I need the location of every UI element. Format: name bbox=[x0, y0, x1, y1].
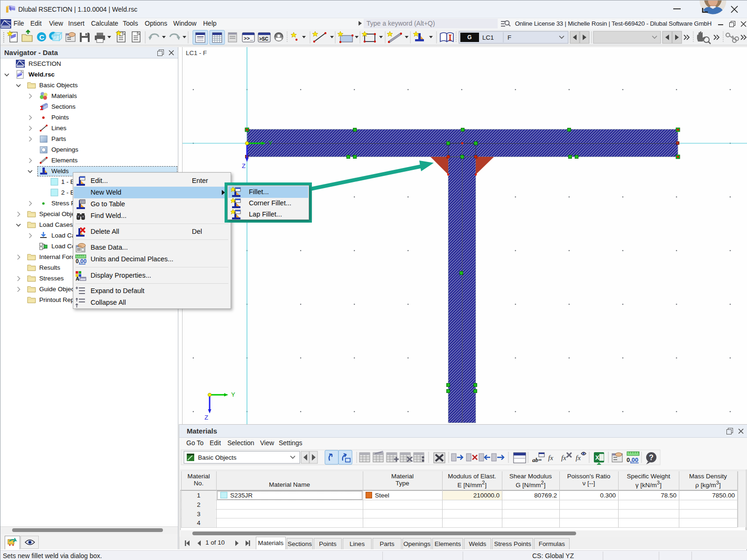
svg-text:ab=: ab= bbox=[532, 456, 542, 463]
svg-text:F: F bbox=[507, 34, 511, 41]
svg-text:C: C bbox=[39, 33, 44, 41]
svg-text:fx: fx bbox=[548, 454, 553, 462]
svg-text:0,00: 0,00 bbox=[627, 456, 638, 463]
svg-text:Basic Objects: Basic Objects bbox=[198, 454, 237, 461]
svg-text:Y: Y bbox=[268, 140, 273, 147]
svg-text:fx: fx bbox=[576, 454, 581, 462]
svg-text:>>_: >>_ bbox=[244, 36, 253, 42]
svg-text:LC1: LC1 bbox=[482, 34, 494, 41]
svg-text:?: ? bbox=[649, 454, 654, 462]
svg-text:G: G bbox=[467, 34, 472, 41]
svg-text:Y: Y bbox=[231, 391, 235, 398]
svg-text:X: X bbox=[595, 454, 599, 461]
svg-text:Z: Z bbox=[204, 414, 208, 421]
svg-text:LC1 - F: LC1 - F bbox=[186, 49, 207, 56]
svg-text:fx: fx bbox=[561, 454, 566, 462]
svg-text:>SC: >SC bbox=[259, 36, 268, 42]
svg-text:0,00: 0,00 bbox=[76, 258, 86, 265]
svg-text:Z: Z bbox=[242, 162, 246, 169]
